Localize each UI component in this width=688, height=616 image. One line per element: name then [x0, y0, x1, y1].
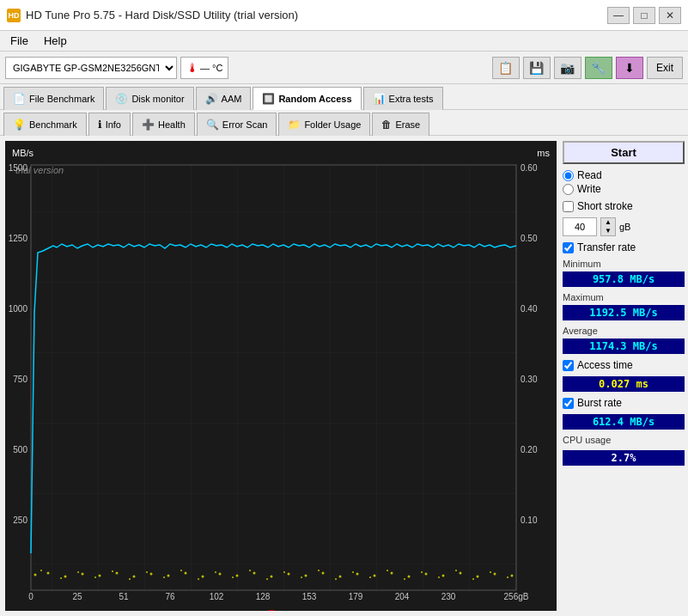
svg-point-48 — [425, 573, 428, 576]
svg-point-80 — [490, 571, 491, 573]
burst-rate-value: 612.4 MB/s — [563, 414, 685, 430]
tab-file-benchmark-label: File Benchmark — [29, 94, 94, 104]
tab-info[interactable]: ℹ Info — [88, 113, 131, 136]
svg-point-51 — [477, 576, 479, 578]
chart-svg: 1500 1250 1000 750 500 250 0.60 0.50 0.4… — [5, 141, 557, 611]
short-stroke-checkbox-label[interactable]: Short stroke — [563, 200, 685, 212]
tab-disk-monitor[interactable]: 💿 Disk monitor — [106, 87, 193, 110]
read-radio-label[interactable]: Read — [563, 169, 685, 181]
svg-point-79 — [472, 578, 474, 580]
svg-point-28 — [82, 573, 84, 576]
tab-random-access-label: Random Access — [278, 94, 351, 104]
access-time-checkbox-label[interactable]: Access time — [563, 359, 685, 371]
svg-point-72 — [352, 571, 354, 573]
read-label: Read — [577, 169, 602, 181]
cpu-label: CPU usage — [563, 435, 685, 445]
drive-select[interactable]: GIGABYTE GP-GSM2NE3256GNTD (256 ▾ — [5, 57, 177, 79]
menu-help[interactable]: Help — [37, 33, 74, 49]
transfer-rate-checkbox[interactable] — [563, 242, 574, 253]
svg-point-35 — [202, 576, 204, 578]
svg-point-75 — [404, 578, 405, 580]
stroke-up-button[interactable]: ▲ — [601, 218, 615, 227]
maximum-section: Maximum 1192.5 MB/s — [563, 292, 685, 320]
maximum-label: Maximum — [563, 292, 685, 302]
write-radio[interactable] — [563, 184, 574, 195]
svg-point-68 — [283, 571, 285, 573]
menu-file[interactable]: File — [3, 33, 35, 49]
start-button[interactable]: Start — [563, 141, 685, 164]
svg-point-63 — [198, 578, 199, 580]
svg-point-25 — [34, 574, 37, 576]
tab-random-access[interactable]: 🔲 Random Access — [253, 87, 361, 110]
tab-folder-usage[interactable]: 📁 Folder Usage — [278, 113, 370, 136]
menu-bar: File Help — [0, 31, 688, 52]
stroke-down-button[interactable]: ▼ — [601, 227, 615, 235]
svg-text:179: 179 — [349, 592, 363, 601]
minimize-button[interactable]: — — [607, 7, 630, 24]
copy-icon-button[interactable]: 📋 — [492, 57, 520, 79]
stroke-value-input[interactable] — [563, 217, 597, 236]
svg-point-71 — [335, 578, 337, 580]
camera-icon-button[interactable]: 📷 — [554, 57, 581, 79]
tab-aam[interactable]: 🔊 AAM — [196, 87, 252, 110]
download-icon-button[interactable]: ⬇ — [616, 57, 643, 79]
save-icon-button[interactable]: 💾 — [523, 57, 551, 79]
svg-point-55 — [60, 577, 62, 579]
svg-point-81 — [507, 576, 508, 578]
svg-point-40 — [288, 573, 290, 576]
svg-point-60 — [146, 571, 148, 573]
temp-display: 🌡 — °C — [180, 57, 228, 79]
title-bar-left: HD HD Tune Pro 5.75 - Hard Disk/SSD Util… — [7, 9, 298, 22]
minimum-section: Minimum 957.8 MB/s — [563, 259, 685, 287]
tab-extra-tests-label: Extra tests — [389, 94, 434, 104]
tabs-row-1: 📄 File Benchmark 💿 Disk monitor 🔊 AAM 🔲 … — [0, 84, 688, 110]
svg-text:0.10: 0.10 — [521, 515, 538, 525]
write-radio-label[interactable]: Write — [563, 183, 685, 195]
svg-point-39 — [271, 576, 273, 578]
app-icon: HD — [7, 9, 21, 22]
report-icon-button[interactable]: 🔧 — [585, 57, 612, 79]
random-access-icon: 🔲 — [262, 93, 275, 105]
svg-text:0.40: 0.40 — [521, 304, 538, 314]
burst-rate-checkbox-label[interactable]: Burst rate — [563, 397, 685, 409]
svg-text:76: 76 — [165, 592, 175, 601]
svg-text:1500: 1500 — [9, 163, 28, 173]
chart-area: MB/s ms trial version 1500 1250 1000 750… — [5, 141, 557, 611]
erase-icon: 🗑 — [381, 119, 392, 131]
read-radio[interactable] — [563, 170, 574, 181]
minimum-value: 957.8 MB/s — [563, 271, 685, 287]
svg-text:750: 750 — [13, 375, 27, 384]
tab-health-label: Health — [158, 119, 186, 130]
extra-tests-icon: 📊 — [373, 93, 386, 105]
svg-point-52 — [494, 573, 496, 576]
disk-monitor-icon: 💿 — [115, 93, 128, 105]
access-time-checkbox[interactable] — [563, 360, 574, 371]
transfer-rate-checkbox-label[interactable]: Transfer rate — [563, 241, 685, 253]
short-stroke-checkbox[interactable] — [563, 201, 574, 212]
svg-text:0.20: 0.20 — [521, 445, 538, 454]
tab-disk-monitor-label: Disk monitor — [131, 94, 184, 104]
tab-extra-tests[interactable]: 📊 Extra tests — [363, 87, 443, 110]
svg-point-65 — [232, 576, 234, 578]
svg-point-77 — [438, 576, 440, 578]
thermometer-icon: 🌡 — [186, 61, 198, 75]
svg-text:153: 153 — [302, 592, 317, 601]
maximize-button[interactable]: □ — [633, 7, 655, 24]
exit-button[interactable]: Exit — [647, 57, 683, 79]
tab-erase[interactable]: 🗑 Erase — [372, 113, 429, 136]
tab-benchmark[interactable]: 💡 Benchmark — [3, 113, 87, 136]
burst-rate-label: Burst rate — [577, 397, 622, 409]
toolbar: GIGABYTE GP-GSM2NE3256GNTD (256 ▾ 🌡 — °C… — [0, 52, 688, 84]
info-icon: ℹ — [98, 119, 102, 131]
tab-error-scan[interactable]: 🔍 Error Scan — [197, 113, 277, 136]
tab-file-benchmark[interactable]: 📄 File Benchmark — [3, 87, 104, 110]
tab-benchmark-label: Benchmark — [29, 119, 77, 130]
svg-point-64 — [215, 571, 216, 573]
svg-text:0: 0 — [28, 592, 33, 601]
tab-health[interactable]: ➕ Health — [132, 113, 195, 136]
burst-rate-checkbox[interactable] — [563, 398, 574, 409]
close-button[interactable]: ✕ — [659, 7, 681, 24]
svg-point-46 — [391, 572, 393, 575]
aam-icon: 🔊 — [205, 93, 218, 105]
svg-point-76 — [421, 571, 423, 573]
